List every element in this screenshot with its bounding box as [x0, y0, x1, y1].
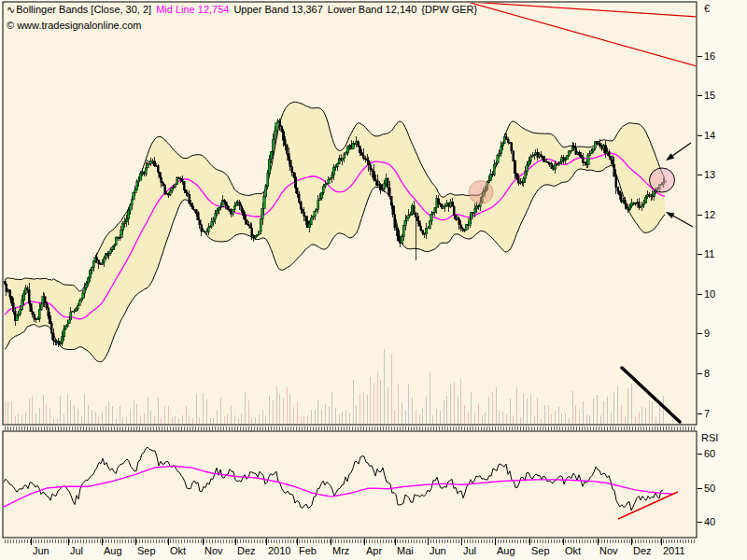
- instrument-symbol: {DPW GER}: [421, 4, 477, 15]
- indicator-header: ∿Bollinger Bands [Close, 30, 2]Mid Line …: [7, 4, 482, 16]
- price-tick-label: 15: [704, 90, 715, 102]
- x-axis-label: Mai: [397, 545, 414, 557]
- x-axis-label: Aug: [104, 545, 122, 557]
- price-tick-label: 16: [704, 50, 715, 63]
- rsi-tick-label: 40: [704, 516, 715, 528]
- upper-band-value: Upper Band 13,367: [233, 4, 322, 15]
- price-tick-label: 14: [704, 130, 715, 142]
- price-tick-label: 12: [704, 209, 715, 221]
- x-axis-label: Apr: [366, 545, 382, 557]
- chart-canvas[interactable]: [0, 0, 747, 560]
- x-axis-label: Aug: [497, 545, 515, 557]
- x-axis-label: Jul: [463, 545, 476, 557]
- x-axis-label: Okt: [170, 545, 186, 557]
- x-axis-label: Jun: [33, 545, 49, 557]
- price-tick-label: 7: [704, 408, 710, 420]
- wave-icon: ∿: [7, 4, 15, 15]
- rsi-tick-label: 50: [704, 483, 715, 495]
- x-axis-label: Nov: [204, 545, 223, 557]
- x-axis-label: Jul: [70, 545, 83, 557]
- currency-axis-label: €: [704, 3, 710, 15]
- mid-line-value: Mid Line 12,754: [156, 4, 229, 15]
- x-axis-label: Jun: [430, 545, 446, 557]
- highlight-ellipse-2[interactable]: [650, 168, 675, 192]
- rsi-panel[interactable]: [3, 431, 697, 538]
- rsi-tick-label: 60: [704, 448, 715, 460]
- highlight-ellipse-1[interactable]: [469, 181, 493, 204]
- indicator-title: Bollinger Bands [Close, 30, 2]: [16, 4, 151, 15]
- x-axis-label: Okt: [565, 545, 581, 557]
- x-axis-label: Sep: [137, 545, 156, 557]
- watermark: © www.tradesignalonline.com: [7, 20, 141, 32]
- price-tick-label: 10: [704, 288, 715, 301]
- price-tick-label: 11: [704, 248, 714, 260]
- x-axis-label: Dez: [237, 545, 256, 557]
- chart-window: ∿Bollinger Bands [Close, 30, 2]Mid Line …: [0, 0, 747, 560]
- price-tick-label: 9: [704, 328, 710, 340]
- x-axis-label: Nov: [599, 545, 618, 557]
- x-axis-label: Dez: [633, 545, 652, 557]
- x-axis-label: Feb: [299, 545, 317, 557]
- x-axis-label: 2010: [268, 545, 290, 557]
- price-tick-label: 8: [704, 368, 710, 380]
- x-axis-label: Sep: [531, 545, 550, 557]
- x-axis-label: Mrz: [332, 545, 349, 557]
- lower-band-value: Lower Band 12,140: [328, 4, 416, 15]
- rsi-axis-label: RSI: [701, 432, 718, 444]
- price-tick-label: 13: [704, 169, 715, 181]
- x-axis-label: 2011: [663, 545, 685, 557]
